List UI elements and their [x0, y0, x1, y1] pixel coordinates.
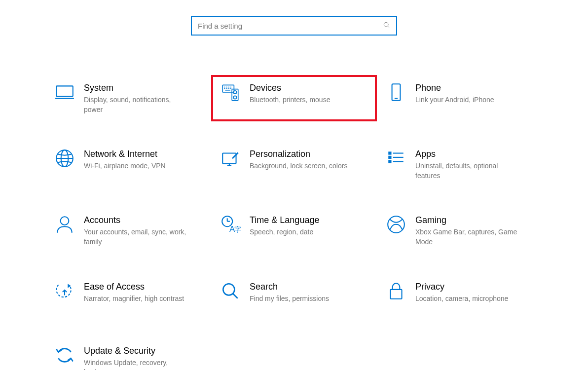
settings-grid: System Display, sound, notifications, po…: [0, 36, 588, 370]
tile-privacy[interactable]: Privacy Location, camera, microphone: [377, 274, 543, 318]
search-icon: [383, 22, 390, 30]
svg-point-0: [384, 22, 388, 27]
svg-rect-27: [389, 160, 391, 162]
tile-title: Devices: [250, 83, 368, 93]
update-icon: [54, 345, 75, 366]
tile-text: Update & Security Windows Update, recove…: [84, 345, 202, 370]
svg-line-40: [233, 294, 237, 298]
tile-title: System: [84, 83, 202, 93]
tile-accounts[interactable]: Accounts Your accounts, email, sync, wor…: [45, 207, 211, 254]
tile-text: Network & Internet Wi-Fi, airplane mode,…: [84, 148, 202, 171]
tile-text: Search Find my files, permissions: [250, 281, 368, 304]
svg-rect-41: [390, 289, 402, 298]
tile-desc: Location, camera, microphone: [415, 294, 519, 304]
tile-title: Network & Internet: [84, 149, 202, 159]
svg-rect-2: [56, 86, 73, 96]
accounts-icon: [54, 214, 75, 235]
tile-desc: Narrator, magnifier, high contrast: [84, 294, 187, 304]
tile-desc: Wi-Fi, airplane mode, VPN: [84, 161, 187, 171]
tile-title: Ease of Access: [84, 282, 202, 292]
svg-rect-22: [222, 153, 236, 164]
tile-gaming[interactable]: Gaming Xbox Game Bar, captures, Game Mod…: [377, 207, 543, 254]
devices-icon: [220, 82, 241, 103]
tile-desc: Xbox Game Bar, captures, Game Mode: [415, 227, 519, 247]
tile-title: Phone: [415, 83, 534, 93]
tile-apps[interactable]: Apps Uninstall, defaults, optional featu…: [377, 141, 543, 187]
tile-text: Phone Link your Android, iPhone: [415, 82, 534, 105]
tile-title: Update & Security: [84, 346, 202, 356]
tile-network[interactable]: Network & Internet Wi-Fi, airplane mode,…: [45, 141, 211, 187]
tile-desc: Bluetooth, printers, mouse: [250, 95, 353, 105]
tile-title: Gaming: [415, 215, 534, 225]
svg-line-1: [388, 26, 389, 28]
system-icon: [54, 82, 75, 103]
tile-text: Devices Bluetooth, printers, mouse: [250, 82, 368, 105]
tile-text: Ease of Access Narrator, magnifier, high…: [84, 281, 202, 304]
tile-desc: Link your Android, iPhone: [415, 95, 519, 105]
tile-personalization[interactable]: Personalization Background, lock screen,…: [211, 141, 377, 187]
tile-search[interactable]: Search Find my files, permissions: [211, 274, 377, 318]
tile-text: Personalization Background, lock screen,…: [250, 148, 368, 171]
tile-desc: Background, lock screen, colors: [250, 161, 353, 171]
svg-rect-25: [389, 152, 391, 154]
search-container: [0, 0, 588, 36]
tile-desc: Uninstall, defaults, optional features: [415, 161, 519, 181]
tile-update-security[interactable]: Update & Security Windows Update, recove…: [45, 338, 211, 370]
gaming-icon: [386, 214, 406, 235]
phone-icon: [386, 82, 406, 103]
tile-desc: Speech, region, date: [250, 227, 353, 237]
tile-title: Personalization: [250, 149, 368, 159]
tile-text: Apps Uninstall, defaults, optional featu…: [415, 148, 534, 181]
tile-desc: Windows Update, recovery, backup: [84, 358, 187, 370]
apps-icon: [386, 148, 406, 169]
svg-point-16: [233, 96, 236, 99]
svg-text:字: 字: [234, 226, 241, 233]
search-box[interactable]: [191, 16, 397, 36]
tile-phone[interactable]: Phone Link your Android, iPhone: [377, 75, 543, 121]
tile-text: Time & Language Speech, region, date: [250, 214, 368, 237]
tile-text: Privacy Location, camera, microphone: [415, 281, 534, 304]
tile-desc: Find my files, permissions: [250, 294, 353, 304]
search-input[interactable]: [198, 22, 383, 30]
tile-text: System Display, sound, notifications, po…: [84, 82, 202, 114]
tile-ease-of-access[interactable]: Ease of Access Narrator, magnifier, high…: [45, 274, 211, 318]
tile-title: Time & Language: [250, 215, 368, 225]
time-language-icon: A 字: [220, 214, 241, 235]
tile-title: Search: [250, 282, 368, 292]
svg-point-31: [61, 217, 69, 225]
tile-title: Privacy: [415, 282, 534, 292]
tile-time-language[interactable]: A 字 Time & Language Speech, region, date: [211, 207, 377, 254]
ease-of-access-icon: [54, 281, 75, 301]
magnifier-icon: [220, 281, 241, 301]
tile-title: Apps: [415, 149, 534, 159]
personalization-icon: [220, 148, 241, 169]
tile-desc: Display, sound, notifications, power: [84, 95, 187, 114]
tile-text: Accounts Your accounts, email, sync, wor…: [84, 214, 202, 247]
tile-desc: Your accounts, email, sync, work, family: [84, 227, 187, 247]
svg-point-39: [223, 284, 234, 295]
tile-devices[interactable]: Devices Bluetooth, printers, mouse: [211, 75, 377, 121]
globe-icon: [54, 148, 75, 169]
svg-rect-26: [389, 156, 391, 158]
tile-title: Accounts: [84, 215, 202, 225]
tile-system[interactable]: System Display, sound, notifications, po…: [45, 75, 211, 121]
tile-text: Gaming Xbox Game Bar, captures, Game Mod…: [415, 214, 534, 247]
lock-icon: [386, 281, 406, 301]
